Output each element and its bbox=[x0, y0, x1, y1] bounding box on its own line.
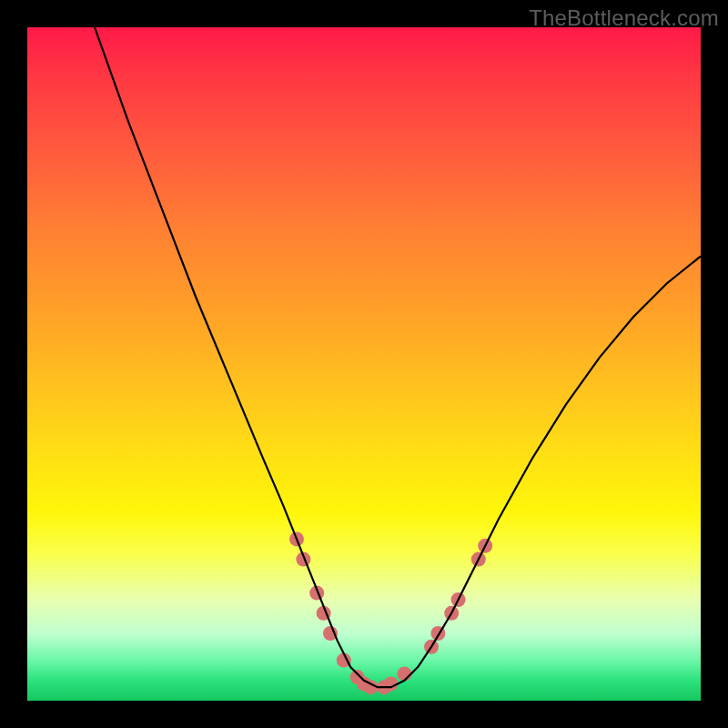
chart-svg bbox=[27, 27, 701, 701]
marker-dot bbox=[397, 666, 411, 681]
chart-frame: TheBottleneck.com bbox=[0, 0, 728, 728]
bottleneck-curve bbox=[95, 27, 701, 687]
watermark-label: TheBottleneck.com bbox=[529, 5, 719, 31]
plot-background bbox=[27, 27, 701, 701]
highlight-markers bbox=[289, 531, 492, 694]
